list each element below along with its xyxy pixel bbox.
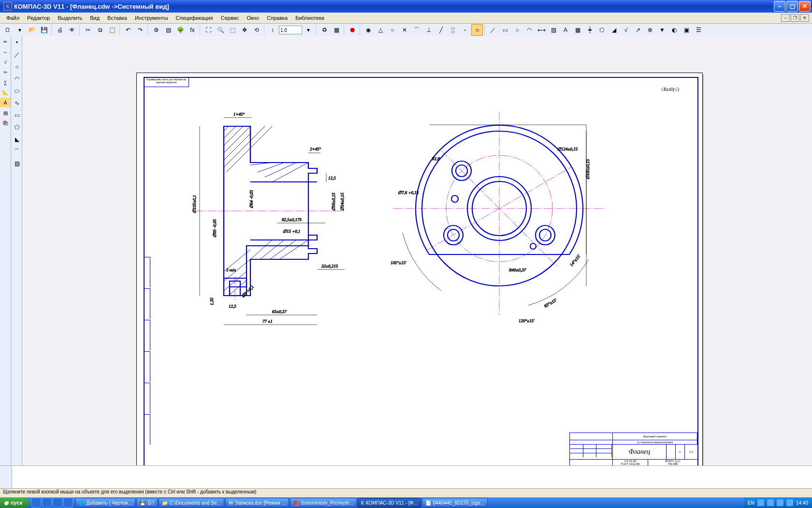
ql-icon[interactable] [42, 498, 52, 508]
zoom-in-button[interactable]: 🔍 [215, 24, 226, 36]
menu-edit[interactable]: Редактор [24, 14, 53, 22]
save-button[interactable]: 💾 [38, 24, 50, 36]
pt-line-icon[interactable]: • [11, 37, 23, 48]
edit-palette-icon[interactable]: ✂ [0, 67, 11, 77]
menu-file[interactable]: Файл [3, 14, 23, 22]
copy-button[interactable]: ⧉ [94, 24, 106, 36]
ql-icon[interactable] [53, 498, 62, 508]
menu-tools[interactable]: Инструменты [131, 14, 172, 22]
zoom-fit-button[interactable]: ⛶ [203, 24, 214, 36]
snap-mid-button[interactable]: △ [375, 24, 386, 36]
menu-spec[interactable]: Спецификация [173, 14, 217, 22]
redo-button[interactable]: ↷ [134, 24, 146, 36]
table-button[interactable]: ▦ [572, 24, 583, 36]
undo-button[interactable]: ↶ [122, 24, 134, 36]
show-all-button[interactable]: ▦ [331, 24, 342, 36]
spec-palette-icon[interactable]: ▤ [0, 108, 11, 118]
preview-button[interactable]: 👁 [66, 24, 78, 36]
zoom-dropdown[interactable]: ▾ [303, 24, 314, 36]
geom-palette-icon[interactable]: ✏ [0, 37, 11, 46]
ql-icon[interactable] [31, 498, 41, 508]
dim-palette-icon[interactable]: ↔ [0, 47, 11, 57]
pt-hatch-icon[interactable]: ▨ [11, 158, 23, 169]
lang-indicator[interactable]: EN [748, 500, 754, 506]
pt-spline-icon[interactable]: ∿ [11, 97, 23, 109]
bolt-button[interactable]: ⬡ [596, 24, 608, 36]
snap-node-button[interactable]: ▫ [459, 24, 471, 36]
misc2-button[interactable]: ▣ [681, 24, 692, 36]
circle-button[interactable]: ○ [511, 24, 523, 36]
pt-circle-icon[interactable]: ○ [11, 61, 23, 73]
base-button[interactable]: ▼ [656, 24, 668, 36]
snap-center-button[interactable]: ○ [387, 24, 398, 36]
pan-button[interactable]: ✥ [239, 24, 250, 36]
open-button[interactable]: 📂 [26, 24, 38, 36]
drawing-canvas[interactable]: Справедливо лишь для чертежа на чертежи … [22, 36, 812, 482]
minimize-button[interactable]: – [774, 1, 785, 12]
tray-icon[interactable] [777, 499, 783, 506]
axis-button[interactable]: ┿ [584, 24, 595, 36]
new-button[interactable]: 🗋 [2, 24, 14, 36]
arc-button[interactable]: ◠ [523, 24, 535, 36]
snap-end-button[interactable]: ◉ [362, 24, 374, 36]
task-item[interactable]: 🌐Добавить | Чертеж... [75, 498, 136, 508]
task-item[interactable]: 💾G:\ [136, 498, 157, 508]
pt-fillet-icon[interactable]: ⌒ [11, 146, 23, 157]
command-line[interactable] [0, 465, 812, 490]
pt-ellipse-icon[interactable]: ⬭ [11, 85, 23, 97]
task-item[interactable]: 📄0446440_6D270_izgo... [422, 498, 488, 508]
tray-icon[interactable] [767, 499, 774, 506]
dim-button[interactable]: ⟷ [536, 24, 547, 36]
snap-off-button[interactable]: ⍉ [471, 24, 483, 36]
ql-icon[interactable] [63, 498, 73, 508]
hatch-button[interactable]: ▨ [548, 24, 559, 36]
pt-rect-icon[interactable]: ▭ [11, 109, 23, 121]
tol-button[interactable]: ⊕ [644, 24, 656, 36]
clock[interactable]: 14:40 [796, 500, 808, 506]
pt-poly-icon[interactable]: ⬠ [11, 121, 23, 133]
pt-cham-icon[interactable]: ◣ [11, 134, 23, 145]
redraw-button[interactable]: ♻ [319, 24, 330, 36]
start-button[interactable]: ◉пуск [0, 497, 29, 508]
layers-button[interactable]: ▤ [162, 24, 174, 36]
task-item[interactable]: 📁C:\Documents and Se... [159, 498, 224, 508]
snap-tan-button[interactable]: ⌒ [411, 24, 422, 36]
snap-grid-button[interactable]: ░ [447, 24, 459, 36]
close-button[interactable]: ✕ [799, 1, 811, 12]
lib-palette-icon[interactable]: 📚 [0, 118, 11, 128]
print-button[interactable]: 🖨 [54, 24, 66, 36]
text-button[interactable]: A [560, 24, 571, 36]
mdi-restore-button[interactable]: ❐ [791, 14, 799, 22]
tray-icon[interactable] [786, 499, 793, 506]
snap-near-button[interactable]: ╱ [435, 24, 447, 36]
zoom-prev-button[interactable]: ⟲ [251, 24, 262, 36]
misc3-button[interactable]: ☰ [693, 24, 704, 36]
stop-button[interactable]: ⬣ [347, 24, 358, 36]
leader-button[interactable]: ↗ [632, 24, 644, 36]
menu-insert[interactable]: Вставка [104, 14, 130, 22]
mdi-close-button[interactable]: ✕ [800, 14, 809, 22]
weld-button[interactable]: ◢ [608, 24, 620, 36]
tree-button[interactable]: 🌳 [174, 24, 186, 36]
measure-palette-icon[interactable]: 📐 [0, 88, 11, 97]
pt-arc-icon[interactable]: ◠ [11, 73, 23, 85]
menu-service[interactable]: Сервис [218, 14, 243, 22]
menu-window[interactable]: Окно [243, 14, 262, 22]
menu-help[interactable]: Справка [263, 14, 291, 22]
cut-button[interactable]: ✂ [82, 24, 94, 36]
task-item-active[interactable]: ККОМПАС-3D V11 - [Ф... [358, 498, 421, 508]
mdi-minimize-button[interactable]: – [781, 14, 790, 22]
rect-button[interactable]: ▭ [499, 24, 511, 36]
props-button[interactable]: ⚙ [150, 24, 162, 36]
select-palette-icon[interactable]: A [0, 98, 11, 107]
param-palette-icon[interactable]: ∑ [0, 77, 11, 87]
menu-select[interactable]: Выделить [54, 14, 86, 22]
snap-perp-button[interactable]: ⊥ [423, 24, 435, 36]
snap-int-button[interactable]: ✕ [399, 24, 410, 36]
new-dropdown[interactable]: ▾ [14, 24, 26, 36]
paste-button[interactable]: 📋 [106, 24, 118, 36]
menu-libraries[interactable]: Библиотеки [292, 14, 328, 22]
misc1-button[interactable]: ◐ [668, 24, 680, 36]
rough-button[interactable]: √ [620, 24, 632, 36]
denote-palette-icon[interactable]: √ [0, 57, 11, 67]
